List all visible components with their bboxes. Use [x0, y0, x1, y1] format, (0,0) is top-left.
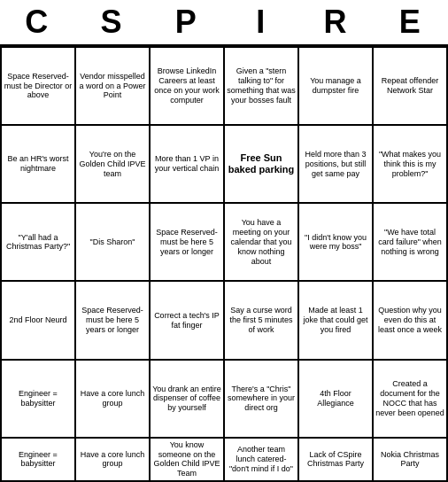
bingo-cell[interactable]: "What makes you think this is my problem… — [374, 126, 448, 204]
bingo-cell[interactable]: Space Reserved- must be Director or abov… — [2, 48, 76, 126]
bingo-cell[interactable]: Say a curse word the first 5 minutes of … — [225, 282, 299, 360]
bingo-cell[interactable]: More than 1 VP in your vertical chain — [151, 126, 225, 204]
bingo-cell[interactable]: 2nd Floor Neurd — [2, 282, 76, 360]
bingo-cell[interactable]: Have a core lunch group — [76, 439, 151, 482]
bingo-cell[interactable]: Correct a tech's IP fat finger — [151, 282, 225, 360]
bingo-cell[interactable]: Question why you even do this at least o… — [374, 282, 448, 360]
bingo-cell[interactable]: Nokia Christmas Party — [374, 439, 448, 482]
title-letter: C — [0, 4, 74, 41]
bingo-cell[interactable]: Lack of CSpire Christmas Party — [299, 439, 374, 482]
bingo-card: CSPIRE Space Reserved- must be Director … — [0, 0, 448, 482]
bingo-cell[interactable]: Vendor misspelled a word on a Power Poin… — [76, 48, 151, 126]
bingo-cell[interactable]: "Y'all had a Christmas Party?" — [2, 204, 76, 282]
title-letter: S — [74, 4, 149, 41]
bingo-cell[interactable]: You drank an entire dispenser of coffee … — [151, 361, 225, 439]
bingo-cell[interactable]: Space Reserved- must be here 5 years or … — [76, 282, 151, 360]
bingo-cell[interactable]: Space Reserved- must be here 5 years or … — [151, 204, 225, 282]
bingo-cell[interactable]: Engineer = babysitter — [2, 439, 76, 482]
bingo-title: CSPIRE — [0, 0, 448, 46]
bingo-cell[interactable]: "We have total card failure" when nothin… — [374, 204, 448, 282]
bingo-cell[interactable]: Held more than 3 positions, but still ge… — [299, 126, 374, 204]
bingo-cell[interactable]: Repeat offender Network Star — [374, 48, 448, 126]
title-letter: E — [374, 4, 448, 41]
bingo-cell[interactable]: Be an HR's worst nightmare — [2, 126, 76, 204]
bingo-cell[interactable]: Engineer = babysitter — [2, 361, 76, 439]
bingo-cell[interactable]: You manage a dumpster fire — [299, 48, 374, 126]
bingo-cell[interactable]: Free Sun baked parking — [225, 126, 299, 204]
bingo-cell[interactable]: Created a document for the NOCC that has… — [374, 361, 448, 439]
bingo-cell[interactable]: You're on the Golden Child IPVE team — [76, 126, 151, 204]
bingo-cell[interactable]: You have a meeting on your calendar that… — [225, 204, 299, 282]
bingo-cell[interactable]: "I didn't know you were my boss" — [299, 204, 374, 282]
bingo-cell[interactable]: Given a "stern talking to" for something… — [225, 48, 299, 126]
bingo-cell[interactable]: "Dis Sharon" — [76, 204, 151, 282]
bingo-cell[interactable]: You know someone on the Golden Child IPV… — [151, 439, 225, 482]
title-letter: P — [150, 4, 224, 41]
bingo-cell[interactable]: There's a "Chris" somewhere in your dire… — [225, 361, 299, 439]
bingo-cell[interactable]: Browse LinkedIn Careers at least once on… — [151, 48, 225, 126]
bingo-cell[interactable]: 4th Floor Allegiance — [299, 361, 374, 439]
bingo-cell[interactable]: Have a core lunch group — [76, 361, 151, 439]
bingo-cell[interactable]: Another team lunch catered- "don't mind … — [225, 439, 299, 482]
bingo-cell[interactable]: Made at least 1 joke that could get you … — [299, 282, 374, 360]
bingo-grid: Space Reserved- must be Director or abov… — [0, 46, 448, 482]
title-letter: I — [224, 4, 298, 41]
title-letter: R — [298, 4, 373, 41]
